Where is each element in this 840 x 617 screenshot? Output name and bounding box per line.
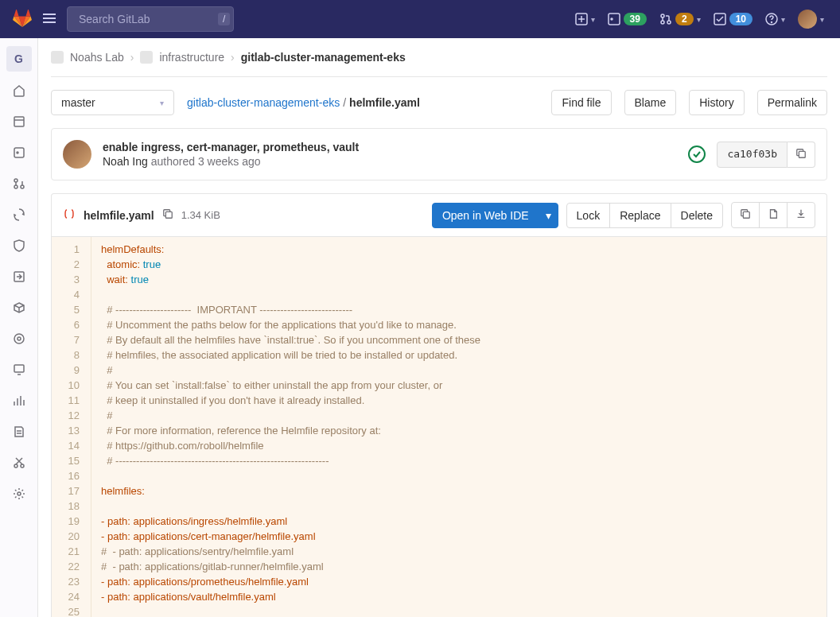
svg-rect-2 [43,21,56,23]
copy-icon [162,208,173,219]
commit-title[interactable]: enable ingress, cert-manager, prometheus… [103,141,677,153]
mr-link[interactable]: 2▾ [656,10,704,29]
pipeline-status-passed-icon[interactable] [688,146,706,163]
svg-point-9 [611,18,612,20]
breadcrumb-group[interactable]: Noahs Lab [70,51,124,64]
group-avatar-icon [51,51,64,64]
svg-point-20 [14,179,18,182]
main-content: Noahs Lab › infrastructure › gitlab-clus… [38,38,840,617]
commit-author[interactable]: Noah Ing [103,155,148,168]
last-commit: enable ingress, cert-manager, prometheus… [51,128,827,180]
line-numbers[interactable]: 1234567891011121314151617181920212223242… [52,237,91,617]
help-menu[interactable]: ▾ [762,10,788,29]
create-menu[interactable]: ▾ [572,10,598,29]
lock-button[interactable]: Lock [566,203,611,228]
download-icon [795,208,807,219]
copy-contents-button[interactable] [731,202,760,228]
top-nav: / ▾ 39 2▾ 10 ▾ ▾ [0,0,840,38]
chevron-right-icon: › [231,51,235,64]
svg-point-11 [661,21,664,24]
svg-point-30 [14,464,18,468]
search-shortcut: / [218,13,230,25]
monitor-icon[interactable] [10,360,29,382]
file-size: 1.34 KiB [181,209,220,221]
cicd-icon[interactable] [10,205,29,227]
svg-point-32 [18,492,21,495]
copy-sha-button[interactable] [788,142,815,168]
hamburger-icon[interactable] [38,7,60,32]
breadcrumb: Noahs Lab › infrastructure › gitlab-clus… [51,38,827,76]
open-web-ide-button[interactable]: Open in Web IDE [432,203,539,228]
branch-selector[interactable]: master ▾ [51,90,174,115]
security-icon[interactable] [10,236,29,258]
svg-point-22 [21,185,24,188]
svg-rect-0 [43,14,56,15]
source-code[interactable]: helmDefaults: atomic: true wait: true # … [91,237,826,617]
issues-badge: 39 [624,13,647,25]
deployments-icon[interactable] [10,267,29,289]
chevron-down-icon: ▾ [820,15,824,24]
chevron-down-icon: ▾ [781,15,785,24]
replace-button[interactable]: Replace [609,203,671,228]
subgroup-avatar-icon [140,51,153,64]
project-info-icon[interactable] [10,81,29,103]
svg-point-21 [14,185,18,188]
svg-rect-1 [43,17,56,19]
user-menu[interactable]: ▾ [795,6,827,32]
svg-rect-35 [743,211,749,218]
infrastructure-icon[interactable] [10,329,29,351]
wiki-icon[interactable] [10,422,29,444]
issues-nav-icon[interactable] [10,143,29,165]
commit-time: 3 weeks ago [198,155,261,168]
breadcrumb-project[interactable]: gitlab-cluster-management-eks [241,51,406,64]
search-input[interactable] [79,13,218,25]
raw-button[interactable] [759,202,788,228]
blame-button[interactable]: Blame [624,90,677,115]
packages-icon[interactable] [10,298,29,320]
user-avatar [798,10,817,29]
repository-icon[interactable] [10,112,29,134]
file-type-icon [63,208,76,223]
path-file: helmfile.yaml [349,96,420,109]
issues-link[interactable]: 39 [605,10,650,29]
todo-badge: 10 [729,13,752,25]
chevron-down-icon: ▾ [160,99,164,107]
find-file-button[interactable]: Find file [551,90,611,115]
svg-point-25 [14,334,24,343]
chevron-down-icon: ▾ [546,209,551,222]
commit-meta: Noah Ing authored 3 weeks ago [103,155,677,168]
web-ide-dropdown[interactable]: ▾ [539,203,558,228]
svg-rect-8 [609,14,620,25]
merge-request-icon [659,13,672,25]
path-root[interactable]: gitlab-cluster-management-eks [187,96,340,109]
file-name: helmfile.yaml [84,209,154,222]
search-box[interactable]: / [67,6,234,32]
copy-icon [795,148,807,159]
copy-icon [740,208,751,219]
plus-icon [575,13,588,25]
settings-icon[interactable] [10,484,29,506]
snippets-icon[interactable] [10,453,29,475]
breadcrumb-subgroup[interactable]: infrastructure [159,51,224,64]
copy-path-button[interactable] [162,208,173,222]
delete-button[interactable]: Delete [671,203,723,228]
svg-point-12 [667,21,671,24]
todo-link[interactable]: 10 [710,10,756,29]
svg-point-15 [772,22,772,23]
history-button[interactable]: History [689,90,745,115]
analytics-icon[interactable] [10,391,29,413]
merge-requests-nav-icon[interactable] [10,174,29,196]
chevron-right-icon: › [130,51,134,64]
permalink-button[interactable]: Permalink [757,90,827,115]
download-button[interactable] [787,202,815,228]
gitlab-logo[interactable] [13,9,32,30]
commit-sha[interactable]: ca10f03b [717,142,788,168]
svg-rect-33 [799,151,805,157]
commit-author-avatar[interactable] [63,140,91,169]
svg-rect-26 [14,365,24,372]
svg-point-24 [18,337,21,340]
project-icon[interactable]: G [6,46,32,72]
document-icon [768,208,779,219]
svg-rect-18 [14,148,24,157]
file-path: gitlab-cluster-management-eks/helmfile.y… [187,96,420,109]
